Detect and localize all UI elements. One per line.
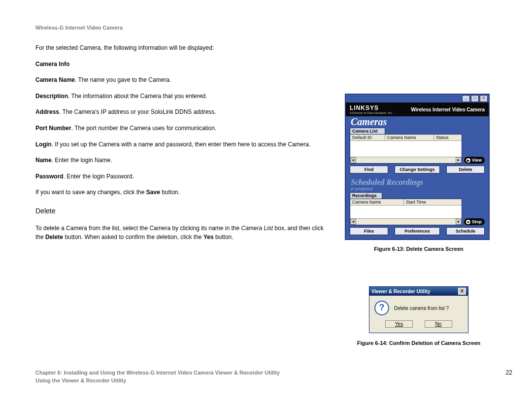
save-pre: If you want to save any changes, click t…: [35, 189, 146, 196]
linksys-app-window: _ □ X LINKSYS A Division of Cisco System…: [345, 94, 490, 240]
files-button[interactable]: Files: [350, 227, 388, 235]
delete-bold1: Delete: [45, 234, 63, 240]
rec-col-camera-name[interactable]: Camera Name: [350, 199, 404, 205]
description-text: . The information about the Camera that …: [68, 93, 207, 100]
minimize-button[interactable]: _: [462, 95, 470, 102]
maximize-button[interactable]: □: [471, 95, 479, 102]
figure-6-14-caption: Figure 6-14: Confirm Deletion of Camera …: [357, 340, 481, 346]
portnumber-text: . The port number the Camera uses for co…: [71, 125, 217, 132]
address-text: . The Camera's IP address or your SoloLi…: [59, 108, 216, 115]
recordings-scrollbar[interactable]: ◄ ►: [350, 218, 462, 225]
stop-icon: ■: [466, 220, 470, 224]
scroll-left-icon[interactable]: ◄: [350, 157, 356, 163]
delete-p1: To delete a Camera from the list, select…: [35, 225, 241, 232]
page-number: 22: [506, 369, 512, 384]
password-text: . Enter the login Password.: [64, 173, 134, 180]
delete-button[interactable]: Delete: [446, 166, 485, 173]
scroll-right-icon[interactable]: ►: [456, 157, 462, 163]
delete-bold2: Yes: [203, 234, 214, 240]
linksys-sublogo: A Division of Cisco Systems, Inc.: [350, 111, 393, 114]
camera-info-heading: Camera Info: [35, 61, 69, 68]
camera-list-box[interactable]: Default ID Camera Name Status ◄ ►: [350, 134, 462, 164]
delete-heading: Delete: [35, 206, 331, 217]
address-label: Address: [35, 108, 59, 115]
portnumber-label: Port Number: [35, 125, 71, 132]
confirm-dialog: Viewer & Recorder Utility X ? Delete cam…: [369, 286, 468, 333]
dialog-message: Delete camera from list ?: [394, 306, 449, 311]
page-header: Wireless-G Internet Video Camera: [35, 25, 512, 31]
footer-line1: Chapter 6: Installing and Using the Wire…: [35, 369, 280, 377]
linksys-logo: LINKSYS: [350, 104, 393, 111]
footer-line2: Using the Viewer & Recorder Utility: [35, 377, 280, 384]
col-status[interactable]: Status: [434, 135, 462, 140]
description-label: Description: [35, 93, 68, 100]
recordings-list-box[interactable]: Camera Name Start Time ◄ ►: [350, 199, 462, 225]
window-titlebar: _ □ X: [346, 95, 489, 103]
preferences-button[interactable]: Preferences: [395, 227, 440, 235]
camera-name-label: Camera Name: [35, 76, 75, 83]
save-post: button.: [160, 189, 180, 196]
product-title: Wireless Internet Video Camera: [411, 107, 485, 112]
col-camera-name[interactable]: Camera Name: [385, 135, 434, 140]
name-text: . Enter the login Name.: [52, 157, 112, 164]
scheduled-recordings-heading: Scheduled Recordings: [346, 177, 489, 186]
camera-list-label: Camera List: [350, 128, 385, 134]
stop-label: Stop: [472, 219, 482, 224]
cameras-heading: Cameras: [346, 116, 489, 128]
dialog-yes-button[interactable]: Yes: [385, 320, 413, 328]
password-label: Password: [35, 173, 64, 180]
delete-p3: button. When asked to confirm the deleti…: [63, 234, 203, 240]
name-label: Name: [35, 157, 52, 164]
dialog-no-button[interactable]: No: [425, 320, 452, 328]
camera-name-text: . The name you gave to the Camera.: [75, 76, 171, 83]
schedule-button[interactable]: Schedule: [446, 227, 485, 235]
save-bold: Save: [146, 189, 160, 196]
delete-p4: button.: [214, 234, 233, 240]
brand-row: LINKSYS A Division of Cisco Systems, Inc…: [346, 103, 489, 116]
view-button[interactable]: ▶ View: [464, 157, 485, 164]
intro-text: For the selected Camera, the following i…: [35, 43, 331, 53]
scroll-left-icon[interactable]: ◄: [350, 219, 356, 225]
col-default-id[interactable]: Default ID: [350, 135, 385, 140]
play-icon: ▶: [466, 158, 470, 163]
change-settings-button[interactable]: Change Settings: [395, 166, 440, 173]
login-label: Login: [35, 141, 52, 148]
delete-italic: Camera List: [241, 225, 273, 232]
login-text: . If you set up the Camera with a name a…: [52, 141, 311, 148]
stop-button[interactable]: ■ Stop: [464, 218, 485, 225]
view-label: View: [472, 158, 482, 163]
find-button[interactable]: Find: [350, 166, 388, 173]
recordings-label: Recordings: [350, 192, 382, 199]
rec-col-start-time[interactable]: Start Time: [404, 199, 462, 205]
dialog-title: Viewer & Recorder Utility: [371, 289, 430, 294]
close-button[interactable]: X: [480, 95, 488, 102]
dialog-close-button[interactable]: X: [458, 288, 466, 295]
figure-6-13-caption: Figure 6-13: Delete Camera Screen: [345, 246, 493, 252]
camera-list-scrollbar[interactable]: ◄ ►: [350, 157, 462, 163]
scroll-right-icon[interactable]: ►: [456, 219, 462, 225]
main-text-column: For the selected Camera, the following i…: [35, 43, 331, 242]
in-progress-label: in progress: [346, 186, 489, 192]
question-icon: ?: [374, 301, 389, 315]
